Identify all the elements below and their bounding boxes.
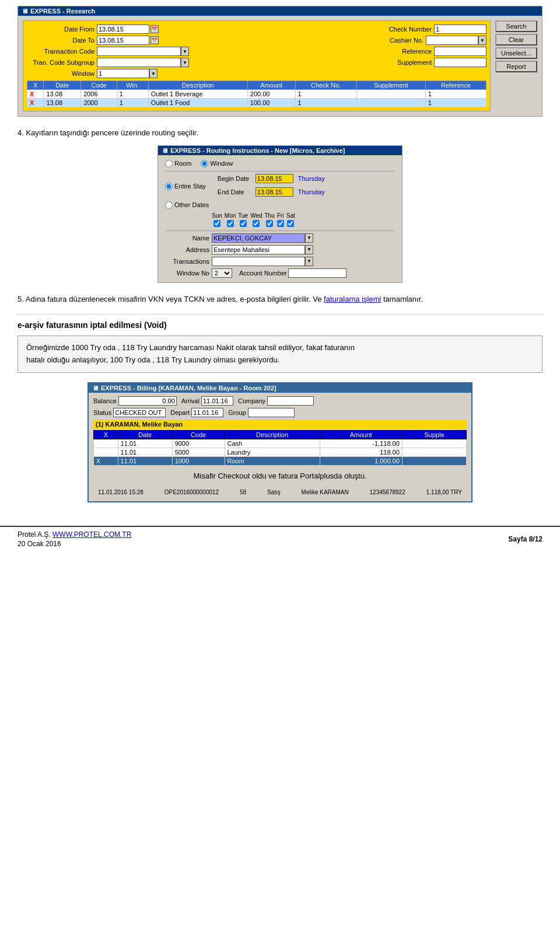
transactions-dropdown-btn[interactable]: ▼ — [305, 257, 313, 266]
radio-room[interactable]: Room — [165, 160, 191, 167]
footer-date: 20 Ocak 2016 — [18, 540, 131, 548]
check-number-input[interactable] — [434, 25, 487, 34]
research-window: 🖥 EXPRESS - Research Date From 📅 Check N… — [18, 6, 542, 117]
cashier-no-input[interactable] — [426, 36, 478, 45]
col-checkno: Check No. — [295, 81, 356, 90]
example-box: Örneğimizde 1000 Try oda , 118 Try Laund… — [18, 336, 542, 373]
status-input[interactable] — [113, 408, 166, 417]
checkbox-sat[interactable] — [287, 220, 294, 227]
days-selection: Sun Mon Tue Wed Thu — [165, 212, 395, 227]
billing-table-row[interactable]: 11.01 5000 Laundry 118.00 — [94, 448, 467, 456]
day-sat: Sat — [286, 212, 295, 227]
window-no-label: Window No — [165, 270, 212, 277]
account-number-label: Account Number — [239, 270, 287, 277]
date-from-input[interactable] — [97, 25, 149, 34]
billing-col-description: Description — [225, 430, 320, 439]
day-fri: Fri — [277, 212, 284, 227]
misafir-text: Misafir Checkout oldu ve fatura Portalpl… — [93, 472, 467, 480]
balance-input[interactable] — [118, 396, 177, 406]
reference-input[interactable] — [434, 47, 487, 56]
name-dropdown-btn[interactable]: ▼ — [305, 233, 313, 243]
step5-text: 5. Adına fatura düzenlenecek misafirin V… — [18, 294, 542, 305]
date-to-input[interactable] — [97, 36, 149, 45]
table-row[interactable]: X 13.08 2000 1 Outlet 1 Food 100.00 1 1 — [27, 99, 487, 107]
checkbox-mon[interactable] — [227, 220, 234, 227]
routing-transactions-label: Transactions — [165, 258, 212, 265]
checkbox-tue[interactable] — [240, 220, 247, 227]
supplement-label: Supplement — [376, 59, 434, 66]
depart-input[interactable] — [191, 408, 223, 417]
step5-link-label: Ve — [313, 295, 324, 303]
billing-icon: 🖥 — [92, 385, 99, 392]
group-input[interactable] — [248, 408, 295, 417]
tran-code-subgroup-input[interactable] — [97, 58, 181, 67]
window-no-select[interactable]: 2 — [212, 268, 232, 278]
day-thu: Thu — [265, 212, 275, 227]
billing-col-x: X — [94, 430, 118, 439]
radio-window[interactable]: Window — [201, 160, 233, 167]
begin-date-input[interactable] — [256, 174, 293, 183]
invoice-datetime: 11.01.2016 15:28 — [98, 489, 144, 495]
research-window-title: 🖥 EXPRESS - Research — [18, 6, 542, 16]
cashier-no-label: Cashier No. — [368, 37, 426, 44]
tran-code-label: Transaction Code — [27, 48, 97, 55]
company-input[interactable] — [267, 396, 314, 406]
begin-date-day: Thursday — [298, 175, 325, 182]
checkbox-fri[interactable] — [277, 220, 284, 227]
col-reference: Reference — [425, 81, 486, 90]
date-to-label: Date To — [27, 37, 97, 44]
end-date-input[interactable] — [256, 187, 293, 197]
billing-col-supplement: Supple — [402, 430, 466, 439]
col-code: Code — [81, 81, 117, 90]
page-footer: Protel A.Ş. WWW.PROTEL.COM.TR 20 Ocak 20… — [0, 526, 560, 551]
window-icon: 🖥 — [22, 8, 28, 15]
routing-name-label: Name — [165, 235, 212, 242]
tran-code-input[interactable] — [97, 47, 181, 56]
window-input[interactable] — [97, 69, 149, 78]
date-from-calendar-btn[interactable]: 📅 — [150, 25, 159, 33]
date-to-calendar-btn[interactable]: 📅 — [150, 36, 159, 44]
research-results-table: X Date Code Win. Description Amount Chec… — [27, 81, 487, 107]
example-text2: hatalı olduğu anlaşılıyor, 100 Try oda ,… — [26, 354, 534, 366]
routing-transactions-input[interactable] — [212, 257, 305, 266]
table-row[interactable]: X 13.08 2006 1 Outlet 1 Beverage 200.00 … — [27, 90, 487, 99]
radio-entire-stay[interactable]: Entire Stay — [165, 174, 206, 199]
checkbox-sun[interactable] — [214, 220, 220, 227]
col-amount: Amount — [247, 81, 295, 90]
account-number-input[interactable] — [288, 268, 346, 278]
search-button[interactable]: Search — [495, 20, 537, 32]
report-button[interactable]: Report — [495, 61, 537, 72]
tran-code-subgroup-dropdown[interactable]: ▼ — [181, 58, 189, 67]
room-window-radio-group: Room Window — [165, 160, 395, 167]
routing-address-input[interactable] — [212, 245, 305, 254]
invoice-count: 58 — [240, 489, 246, 495]
routing-address-label: Address — [165, 246, 212, 253]
radio-other-dates[interactable]: Other Dates — [165, 201, 395, 209]
check-number-label: Check Number — [376, 26, 434, 33]
checkbox-wed[interactable] — [253, 220, 260, 227]
checkbox-thu[interactable] — [266, 220, 273, 227]
billing-table-row[interactable]: 11.01 9000 Cash -1,118.00 — [94, 439, 467, 448]
tran-code-dropdown[interactable]: ▼ — [181, 47, 189, 56]
routing-name-input[interactable] — [212, 233, 305, 243]
end-date-day: Thursday — [298, 188, 325, 195]
cashier-no-dropdown[interactable]: ▼ — [478, 36, 487, 45]
billing-table-row-selected[interactable]: X 11.01 1000 Room 1,000.00 — [94, 456, 467, 465]
faturalama-islemi-link[interactable]: faturalama işlemi — [324, 295, 381, 303]
research-form-area: Date From 📅 Check Number Date To 📅 Cashi… — [23, 20, 491, 111]
footer-website[interactable]: WWW.PROTEL.COM.TR — [52, 530, 131, 539]
arrival-input[interactable] — [201, 396, 233, 406]
window-dropdown[interactable]: ▼ — [149, 69, 158, 78]
reference-label: Reference — [376, 48, 434, 55]
arrival-field: Arrival — [181, 396, 233, 406]
invoice-type: Satış — [267, 489, 281, 495]
begin-date-label: Begin Date — [218, 175, 256, 182]
clear-button[interactable]: Clear — [495, 34, 537, 46]
address-dropdown-btn[interactable]: ▼ — [305, 245, 313, 254]
company-field: Company — [238, 396, 314, 406]
unselect-button[interactable]: Unselect... — [495, 47, 537, 59]
supplement-input[interactable] — [434, 58, 487, 67]
routing-window: 🖥 EXPRESS - Routing Instructions - New [… — [158, 145, 402, 283]
tran-code-subgroup-label: Tran. Code Subgroup — [27, 59, 97, 66]
routing-window-icon: 🖥 — [162, 147, 168, 154]
